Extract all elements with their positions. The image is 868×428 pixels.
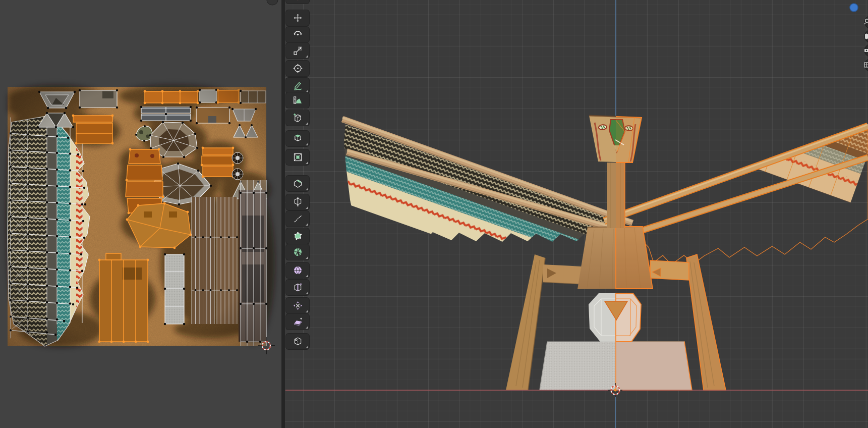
loop-cut-icon xyxy=(293,197,303,207)
uv-island-rail-selected xyxy=(144,90,199,104)
uv-island-crossbar-stack-selected xyxy=(201,147,235,178)
tool-inset-faces-button[interactable] xyxy=(286,149,309,165)
camera-view-button[interactable] xyxy=(864,44,868,57)
edge-slide-icon xyxy=(293,282,303,293)
tool-add-cube-button[interactable] xyxy=(286,110,309,126)
measure-icon xyxy=(293,95,303,105)
annotate-icon xyxy=(293,80,303,91)
submenu-indicator xyxy=(306,122,308,125)
tool-measure-button[interactable] xyxy=(286,92,309,108)
cursor-icon xyxy=(293,0,303,1)
projection-toggle-button[interactable] xyxy=(864,59,868,72)
pan-view-button[interactable] xyxy=(864,30,868,43)
model-right-leg-selected xyxy=(686,254,726,390)
tool-column xyxy=(285,0,311,428)
submenu-indicator xyxy=(306,346,308,348)
app-window xyxy=(0,0,868,428)
scale-icon xyxy=(293,45,303,56)
uv-island-gray-rect xyxy=(199,89,217,103)
uv-editor-canvas[interactable] xyxy=(0,0,281,428)
uv-island-front-column-selected xyxy=(98,253,149,343)
tool-shear-button[interactable] xyxy=(286,314,309,330)
tool-annotate-button[interactable] xyxy=(286,78,309,93)
model-right-arm-selected xyxy=(650,260,689,280)
rip-region-icon xyxy=(293,336,303,347)
uv-island-right-column xyxy=(239,180,267,346)
model-stone-block xyxy=(589,293,641,342)
tool-scale-button[interactable] xyxy=(286,43,309,59)
inset-faces-icon xyxy=(293,152,303,163)
submenu-indicator xyxy=(306,206,308,209)
submenu-indicator xyxy=(306,143,308,145)
smooth-icon xyxy=(293,265,303,276)
editor-divider[interactable] xyxy=(281,0,285,428)
knife-icon xyxy=(293,213,303,224)
uv-island-striped-bars xyxy=(140,106,192,122)
tool-edge-slide-button[interactable] xyxy=(286,280,309,295)
viewport-3d[interactable] xyxy=(281,0,868,428)
tool-poly-build-button[interactable] xyxy=(286,228,309,244)
extrude-region-icon xyxy=(293,133,303,144)
model-head xyxy=(589,116,642,163)
shear-icon xyxy=(293,316,303,327)
hand-icon xyxy=(865,34,868,39)
model-neck xyxy=(607,163,625,228)
model-left-arm xyxy=(543,264,582,284)
uv-island-box-selected xyxy=(72,115,114,145)
uv-island-wood-sliver xyxy=(240,90,266,104)
submenu-indicator xyxy=(306,256,308,259)
spin-icon xyxy=(293,247,303,257)
submenu-indicator xyxy=(306,188,308,190)
tool-transform-button[interactable] xyxy=(286,61,309,76)
tool-spin-button[interactable] xyxy=(286,244,309,260)
tool-move-button[interactable] xyxy=(286,10,309,26)
viewport-canvas[interactable] xyxy=(281,0,868,428)
tool-extrude-region-button[interactable] xyxy=(286,131,309,146)
add-cube-icon xyxy=(293,113,303,123)
model-stone-base xyxy=(540,342,692,390)
bevel-icon xyxy=(293,178,303,189)
submenu-indicator xyxy=(306,326,308,329)
texture-image xyxy=(6,85,275,349)
gizmo-axis-dot[interactable] xyxy=(850,4,858,12)
submenu-indicator xyxy=(306,223,308,226)
submenu-indicator xyxy=(306,292,308,294)
tool-loop-cut-button[interactable] xyxy=(286,194,309,210)
uv-island-wood-panel xyxy=(196,106,230,124)
uv-editor-pane[interactable] xyxy=(0,0,281,428)
uv-island-rail2-selected xyxy=(217,89,240,104)
submenu-indicator xyxy=(306,55,308,58)
tool-knife-button[interactable] xyxy=(286,211,309,227)
tool-smooth-button[interactable] xyxy=(286,262,309,278)
tool-shrink-fatten-button[interactable] xyxy=(286,298,309,313)
transform-icon xyxy=(293,63,303,74)
move-icon xyxy=(293,13,303,23)
submenu-indicator xyxy=(306,162,308,164)
submenu-indicator xyxy=(306,275,308,277)
tool-rotate-button[interactable] xyxy=(286,27,309,42)
uv-island-stone-column xyxy=(164,253,185,325)
tool-bevel-button[interactable] xyxy=(286,176,309,191)
uv-island-wood-rect xyxy=(79,89,118,109)
tool-rip-region-button[interactable] xyxy=(286,334,309,349)
zoom-view-button[interactable] xyxy=(864,16,868,29)
rotate-icon xyxy=(293,29,303,40)
model-left-leg xyxy=(506,254,545,390)
shrink-fatten-icon xyxy=(293,300,303,311)
poly-build-icon xyxy=(293,231,303,241)
model-body xyxy=(577,227,653,289)
submenu-indicator xyxy=(306,310,308,312)
viewport-nav-buttons[interactable] xyxy=(864,16,868,72)
tool-cursor-button[interactable] xyxy=(286,0,309,4)
